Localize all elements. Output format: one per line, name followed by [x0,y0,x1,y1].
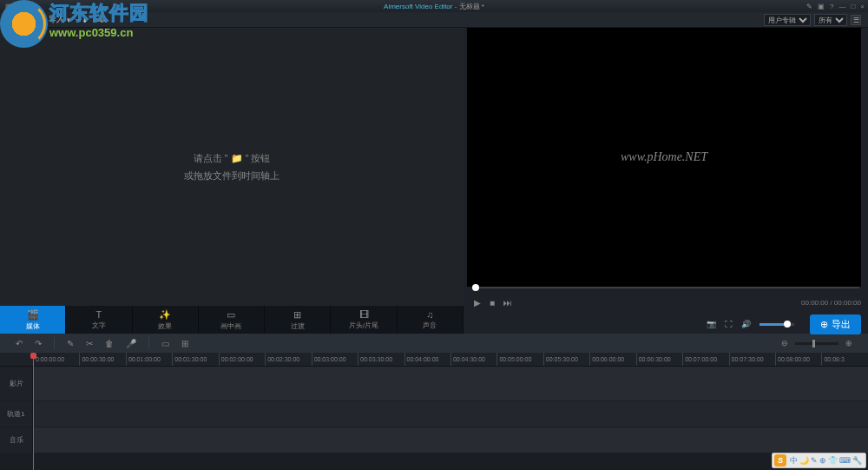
tab-sound[interactable]: ♫声音 [398,306,464,334]
ime-item-6[interactable]: 🔧 [852,456,863,465]
chevron-down-icon: ▾ [67,16,71,24]
minimize-button[interactable]: — [838,3,845,10]
export-button[interactable]: ⊕ 导出 [810,314,861,334]
ime-logo-icon: S [774,454,786,467]
ruler-mark: 00:03:00:00 [312,353,358,366]
zoom-out-button[interactable]: ⊖ [781,339,788,348]
restore-icon[interactable]: ▣ [818,3,825,10]
track-video-label: 影片 [0,367,33,400]
tab-text[interactable]: T文字 [66,306,132,334]
help-icon[interactable]: ? [830,3,833,10]
track-1: 轨道1 [0,401,868,427]
tab-pip[interactable]: ▭画中画 [199,306,265,334]
app-title: Aimersoft Video Editor [384,3,452,10]
ruler-mark: 00:01:00:00 [126,353,172,366]
titlebar-icon-1[interactable]: ⟲ [17,3,23,10]
tab-text-label: 文字 [92,321,106,330]
track-video-lane[interactable] [33,367,868,400]
media-filter-bar: 用户专辑 所有 ☰ [764,12,868,28]
undo-button[interactable]: ↶ [16,339,23,348]
maximize-button[interactable]: □ [851,3,855,10]
preview-viewport[interactable]: www.pHome.NET [467,28,861,287]
close-button[interactable]: × [860,3,865,10]
tab-sound-icon: ♫ [426,309,433,320]
ruler-mark: 00:07:00:00 [682,353,728,366]
mosaic-button[interactable]: ⊞ [181,339,188,348]
track-music-label: 音乐 [0,427,33,453]
media-panel: 请点击 "📁" 按钮 或拖放文件到时间轴上 🎬媒体T文字✨效果▭画中画⊞过渡🎞片… [0,28,464,334]
folder-icon: 📁 [231,149,243,167]
ime-item-5[interactable]: ⌨ [838,456,852,465]
timeline-toolbar: ↶ ↷ ✎ ✂ 🗑 🎤 ▭ ⊞ ⊖ ⊕ [0,334,868,353]
redo-button[interactable]: ↷ [35,339,42,348]
timeline-tracks: 影片轨道1音乐 [0,367,868,453]
category-tabs: 🎬媒体T文字✨效果▭画中画⊞过渡🎞片头/片尾♫声音 [0,306,464,334]
fullscreen-button[interactable]: ⛶ [725,320,733,328]
tab-effects-icon: ✨ [159,309,171,321]
next-button[interactable]: ⏭ [503,298,512,308]
tab-sound-label: 声音 [423,321,437,330]
view-list-toggle[interactable]: ☰ [851,15,861,25]
preview-watermark: www.pHome.NET [621,150,707,164]
volume-slider[interactable] [760,323,794,326]
import-label: 导入 [49,14,64,25]
ime-item-2[interactable]: ✎ [810,456,819,465]
ruler-mark: 00:08:00:00 [775,353,821,366]
volume-icon[interactable]: 🔊 [741,320,751,328]
ruler-mark: 00:02:00:00 [219,353,265,366]
track-music-lane[interactable] [33,427,868,453]
play-button[interactable]: ▶ [474,298,481,308]
ruler-mark: 00:05:00:00 [496,353,542,366]
ruler-mark: 00:05:30:00 [543,353,589,366]
stop-button[interactable]: ■ [490,298,495,308]
snapshot-button[interactable]: 📷 [707,320,716,328]
track-music: 音乐 [0,427,868,453]
zoom-in-button[interactable]: ⊕ [845,339,852,348]
ruler-mark: 0:00:00:00 [33,353,79,366]
ime-item-3[interactable]: ⊕ [819,456,827,465]
titlebar-icon-0[interactable]: ▦ [5,3,12,10]
main-toolbar: 导入 ▾ ⬇ 下载 [0,12,868,28]
ruler-mark: 00:06:00:00 [589,353,635,366]
filter-dropdown[interactable]: 所有 [814,14,847,26]
media-drop-area[interactable]: 请点击 "📁" 按钮 或拖放文件到时间轴上 [0,28,464,306]
ruler-mark: 00:02:30:00 [265,353,311,366]
ruler-mark: 00:04:00:00 [404,353,450,366]
ime-item-4[interactable]: 👕 [827,456,838,465]
tab-media[interactable]: 🎬媒体 [0,306,66,334]
preview-scrubber[interactable] [472,287,859,288]
ime-item-1[interactable]: 🌙 [799,456,810,465]
zoom-slider[interactable] [795,342,838,345]
edit-button[interactable]: ✎ [67,339,74,348]
tab-transition[interactable]: ⊞过渡 [265,306,331,334]
tab-transition-icon: ⊞ [293,309,301,321]
playhead[interactable] [33,353,34,470]
tab-intro[interactable]: 🎞片头/片尾 [331,306,397,334]
ime-toolbar[interactable]: S 中🌙✎⊕👕⌨🔧 [772,453,866,468]
voiceover-button[interactable]: 🎤 [126,339,136,348]
tab-text-icon: T [96,309,102,320]
ruler-mark: 00:03:30:00 [358,353,404,366]
tab-intro-label: 片头/片尾 [349,321,378,330]
crop-button[interactable]: ▭ [161,339,169,348]
timeline-ruler[interactable]: 0:00:00:0000:00:30:0000:01:00:0000:01:30… [0,353,868,367]
track-1-lane[interactable] [33,401,868,427]
delete-button[interactable]: 🗑 [105,339,114,348]
ime-item-0[interactable]: 中 [789,456,799,465]
ruler-mark: 00:08:3 [821,353,867,366]
ruler-mark: 00:04:30:00 [450,353,496,366]
titlebar-icon-2[interactable]: ℹ [29,3,31,10]
tab-effects[interactable]: ✨效果 [133,306,199,334]
tab-media-label: 媒体 [26,321,40,331]
album-dropdown[interactable]: 用户专辑 [764,14,811,26]
split-button[interactable]: ✂ [86,339,93,348]
download-icon: ⬇ [82,16,89,24]
download-button[interactable]: ⬇ 下载 [82,14,107,25]
tab-media-icon: 🎬 [27,309,39,321]
settings-icon[interactable]: ✎ [806,3,812,10]
time-display: 00:00:00 / 00:00:00 [801,299,861,307]
track-1-label: 轨道1 [0,401,33,427]
import-button[interactable]: 导入 ▾ [49,14,71,25]
tab-pip-icon: ▭ [227,309,235,321]
doc-name: - 无标题 * [455,3,484,10]
